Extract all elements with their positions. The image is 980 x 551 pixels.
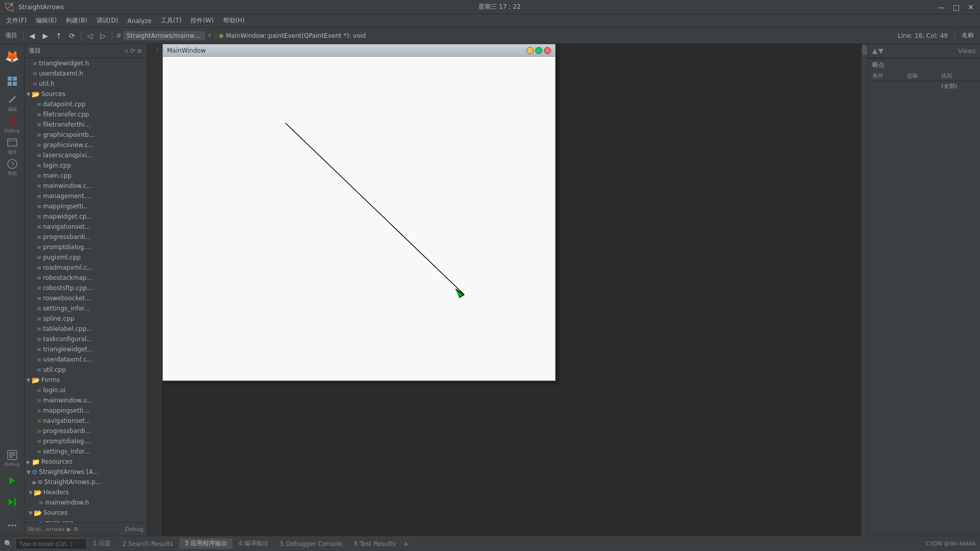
menu-build[interactable]: 构建(B) — [62, 15, 91, 26]
project-tree[interactable]: ≡ trianglewidget.h ≡ userdataxml.h ≡ uti… — [25, 58, 147, 522]
tree-file-progressbardi-ui[interactable]: ≡ progressbardi... — [25, 426, 147, 436]
tree-sources2-folder[interactable]: ▼ 📂 Sources — [25, 508, 147, 518]
tree-straightarrows-app[interactable]: ▼ ⚙ StraightArrows [A... — [25, 467, 147, 477]
sidebar-run-btn[interactable] — [2, 470, 22, 491]
tree-file-trianglewidget-cpp[interactable]: ≡ trianglewidget... — [25, 344, 147, 354]
menu-tools[interactable]: 工具(T) — [157, 15, 186, 26]
tree-file-laserscanqpixi[interactable]: ≡ laserscanqpixi... — [25, 150, 147, 160]
tree-file-filetransfer[interactable]: ≡ filetransfer.cpp — [25, 109, 147, 119]
tree-file-trianglewidget-h[interactable]: ≡ trianglewidget.h — [25, 58, 147, 68]
status-search-input[interactable] — [15, 538, 87, 549]
maximize-btn[interactable]: □ — [951, 3, 962, 11]
tree-file-robostsftp[interactable]: ≡ robostsftp.cpp... — [25, 283, 147, 293]
sidebar-item-edit[interactable]: 编辑 — [2, 93, 22, 113]
editor-scrollbar[interactable] — [862, 44, 868, 536]
toolbar-btn-next[interactable]: ▷ — [97, 30, 109, 42]
dialog-minimize-btn[interactable]: — — [527, 47, 534, 54]
tree-file-tablelabel[interactable]: ≡ tablelabel.cpp... — [25, 324, 147, 334]
status-tab-add[interactable]: + — [403, 540, 409, 548]
sidebar-debug-run-btn[interactable] — [2, 492, 22, 512]
right-panel-up-btn[interactable]: ▲ — [872, 47, 877, 55]
tree-file-pugixml[interactable]: ≡ pugixml.cpp — [25, 252, 147, 262]
tree-file-login-ui[interactable]: ≡ login.ui — [25, 385, 147, 395]
file-icon-cpp: ≡ — [37, 234, 41, 241]
status-tab-problems[interactable]: 1 问题 — [88, 538, 116, 549]
tree-file-mainwindow-h[interactable]: ≡ mainwindow.h — [25, 497, 147, 508]
toolbar-name-btn[interactable]: 名称 — [958, 31, 978, 40]
tree-file-management[interactable]: ≡ management.... — [25, 191, 147, 201]
tree-file-roswebsocket[interactable]: ≡ roswebsocket... — [25, 293, 147, 303]
tree-file-mappingsetti-ui[interactable]: ≡ mappingsetti... — [25, 405, 147, 416]
tree-file-datapoint[interactable]: ≡ datapoint.cpp — [25, 99, 147, 109]
views-button[interactable]: Views — [958, 47, 976, 55]
tree-forms-folder[interactable]: ▼ 📂 Forms — [25, 375, 147, 385]
tree-file-login[interactable]: ≡ login.cpp — [25, 160, 147, 171]
tree-headers-folder[interactable]: ▼ 📂 Headers — [25, 487, 147, 497]
status-tab-appoutput[interactable]: 3 应用程序输出 — [179, 538, 232, 549]
close-btn[interactable]: ✕ — [966, 3, 976, 11]
tree-file-progressbardi[interactable]: ≡ progressbardi... — [25, 232, 147, 242]
toolbar-btn-sync[interactable]: ⟳ — [66, 30, 78, 42]
main-window-dialog[interactable]: MainWindow — ○ ✕ — [162, 44, 556, 381]
dialog-close-btn[interactable]: ✕ — [544, 47, 551, 54]
status-tab-search[interactable]: 2 Search Results — [117, 539, 178, 548]
toolbar-btn-prev[interactable]: ◁ — [84, 30, 96, 42]
toolbar-btn-forward[interactable]: ▶ — [39, 30, 52, 42]
sidebar-more-btn[interactable] — [2, 515, 22, 536]
tree-file-mainwindow-ui[interactable]: ≡ mainwindow.u... — [25, 395, 147, 405]
sidebar-item-debug-bottom[interactable]: Debug — [2, 448, 22, 468]
right-panel-down-btn[interactable]: ▼ — [878, 47, 883, 55]
tree-file-navigationset[interactable]: ≡ navigationset... — [25, 222, 147, 232]
tree-file-util-cpp[interactable]: ≡ util.cpp — [25, 365, 147, 375]
minimize-btn[interactable]: — — [936, 3, 947, 11]
sidebar-item-project[interactable]: 项目 — [2, 136, 22, 156]
tree-file-navigationset-ui[interactable]: ≡ navigationset... — [25, 416, 147, 426]
sidebar-item-help[interactable]: ? 帮助 — [2, 157, 22, 178]
tree-file-straightarrows-pro[interactable]: ▶ ⚙ StraightArrows.p... — [25, 477, 147, 487]
tree-resources-folder[interactable]: ▶ 📁 Resources — [25, 457, 147, 467]
tree-file-util-h[interactable]: ≡ util.h — [25, 79, 147, 89]
toolbar-function-name[interactable]: MainWindow::paintEvent(QPaintEvent *): v… — [226, 32, 366, 39]
sidebar-item-welcome[interactable] — [2, 71, 22, 92]
toolbar-file-tab[interactable]: StraightArrows/mainwindow.... — [124, 31, 205, 40]
tree-file-spline[interactable]: ≡ spline.cpp — [25, 314, 147, 324]
tree-file-settings-infor-ui[interactable]: ≡ settings_infor... — [25, 446, 147, 457]
tree-sources-folder[interactable]: ▼ 📂 Sources — [25, 89, 147, 99]
tree-file-mainwindow-cpp[interactable]: ≡ mainwindow.c... — [25, 181, 147, 191]
toolbar-file-close[interactable]: ✕ — [207, 32, 212, 39]
tree-file-main2-cpp[interactable]: ≡ main.cpp — [25, 518, 147, 522]
panel-btn-sync[interactable]: ⟳ — [130, 47, 135, 55]
menu-debug[interactable]: 调试(D) — [92, 15, 123, 26]
status-tab-testresults[interactable]: 8 Test Results — [348, 539, 400, 548]
status-search-icon[interactable]: 🔍 — [4, 540, 12, 547]
panel-btn-close[interactable]: ≡ — [137, 47, 142, 55]
menu-file[interactable]: 文件(F) — [2, 15, 31, 26]
tree-file-graphicsview[interactable]: ≡ graphicsview.c... — [25, 140, 147, 150]
tree-file-mapwidget[interactable]: ≡ mapwidget.cp... — [25, 211, 147, 222]
tree-file-main[interactable]: ≡ main.cpp — [25, 171, 147, 181]
tree-file-roadmapxml[interactable]: ≡ roadmapxml.c... — [25, 262, 147, 273]
menu-analyze[interactable]: Analyze — [123, 16, 155, 26]
tree-file-taskconfigural[interactable]: ≡ taskconfigural... — [25, 334, 147, 344]
toolbar-btn-back[interactable]: ◀ — [26, 30, 38, 42]
tree-file-robostackmap[interactable]: ≡ robostackmap... — [25, 273, 147, 283]
tree-file-mappingsetti[interactable]: ≡ mappingsetti... — [25, 201, 147, 211]
status-tab-compileoutput[interactable]: 4 编译输出 — [233, 538, 274, 549]
sidebar-item-firefox[interactable]: 🦊 — [2, 46, 22, 66]
tree-file-graphicspointb[interactable]: ≡ graphicspointb... — [25, 130, 147, 140]
tree-file-settings-infor[interactable]: ≡ settings_infor... — [25, 303, 147, 314]
tree-file-promptdialog[interactable]: ≡ promptdialog.... — [25, 242, 147, 252]
project-bottom-icon[interactable]: ▶ — [67, 526, 71, 533]
toolbar-btn-up[interactable]: ↑ — [53, 30, 65, 42]
tree-file-userdataxml-h[interactable]: ≡ userdataxml.h — [25, 68, 147, 79]
tree-file-promptdialog-ui[interactable]: ≡ promptdialog.... — [25, 436, 147, 446]
menu-edit[interactable]: 编辑(E) — [32, 15, 61, 26]
panel-btn-filter[interactable]: ⌗ — [125, 47, 128, 55]
dialog-maximize-btn[interactable]: ○ — [535, 47, 542, 54]
menu-controls[interactable]: 控件(W) — [186, 15, 218, 26]
tree-file-userdataxml-cpp[interactable]: ≡ userdataxml.c... — [25, 354, 147, 365]
status-tab-debugger[interactable]: 5 Debugger Console — [275, 539, 347, 548]
sidebar-item-debug[interactable]: Debug — [2, 114, 22, 135]
tree-file-filetransferthi[interactable]: ≡ filetransferthi... — [25, 119, 147, 130]
menu-help[interactable]: 帮助(H) — [219, 15, 249, 26]
